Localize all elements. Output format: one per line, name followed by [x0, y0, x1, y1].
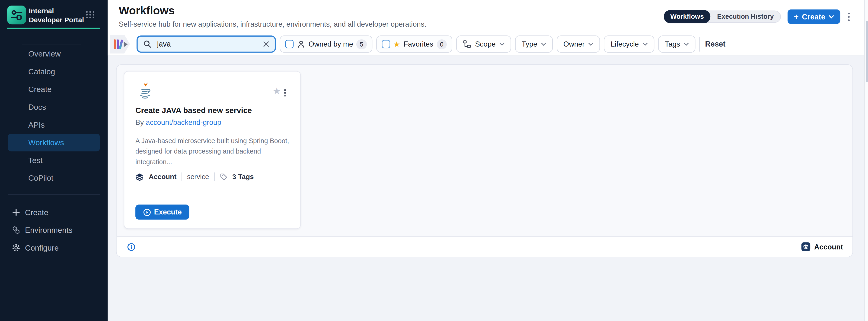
scrollbar-thumb[interactable]	[865, 21, 868, 82]
sidebar-item-overview[interactable]: Overview	[0, 45, 107, 63]
card-description: A Java-based microservice built using Sp…	[135, 136, 293, 168]
favorites-filter[interactable]: ★ Favorites 0	[376, 35, 452, 52]
sidebar-item-workflows[interactable]: Workflows	[0, 134, 107, 151]
chevron-down-icon	[829, 14, 834, 19]
gear-icon	[11, 243, 21, 253]
layers-icon	[135, 173, 144, 181]
sidebar-item-configure[interactable]: Configure	[0, 239, 107, 257]
tags-dropdown[interactable]: Tags	[658, 35, 696, 52]
footer-scope-badge: Account	[802, 242, 843, 251]
workflow-card[interactable]: ★ Create JAVA based new service By accou…	[124, 71, 301, 229]
card-title: Create JAVA based new service	[135, 106, 252, 115]
tab-execution-history[interactable]: Execution History	[711, 10, 781, 23]
footer-scope-label: Account	[814, 243, 843, 251]
execute-button[interactable]: Execute	[135, 205, 189, 220]
sidebar-item-apis[interactable]: APIs	[0, 116, 107, 134]
play-circle-icon	[143, 208, 151, 216]
search-input[interactable]	[156, 39, 259, 49]
layers-icon	[802, 242, 810, 251]
hexagons-icon	[11, 225, 21, 235]
header-actions: Workflows Execution History + Create	[663, 9, 850, 24]
sidebar-item-copilot[interactable]: CoPilot	[0, 169, 107, 187]
panel-footer: Account	[117, 236, 852, 257]
create-button[interactable]: + Create	[787, 9, 840, 24]
sidebar-nav: Overview Catalog Create Docs APIs Workfl…	[0, 45, 107, 187]
sidebar-footer-nav: Create Environments Conf	[0, 204, 107, 257]
chevron-down-icon	[541, 42, 546, 46]
chevron-down-icon	[643, 42, 648, 46]
type-dropdown[interactable]: Type	[515, 35, 553, 52]
card-owner-link[interactable]: account/backend-group	[146, 118, 221, 127]
owned-by-me-count: 5	[356, 39, 367, 49]
workflows-panel: ★ Create JAVA based new service By accou…	[116, 64, 853, 257]
user-icon	[297, 40, 305, 48]
meta-divider	[182, 173, 182, 181]
view-toggle: Workflows Execution History	[663, 10, 781, 23]
meta-divider	[214, 173, 214, 181]
star-icon: ★	[393, 40, 400, 48]
card-byline: By account/backend-group	[135, 118, 221, 127]
java-logo-icon	[138, 81, 151, 103]
page-header: Workflows Self-service hub for new appli…	[107, 0, 864, 33]
tag-icon	[220, 173, 227, 181]
card-menu-button[interactable]	[283, 88, 287, 98]
filter-divider	[700, 37, 700, 51]
stripe-icon	[114, 39, 116, 49]
expand-triangle-icon	[124, 41, 128, 47]
chevron-down-icon	[499, 42, 504, 46]
sidebar-item-docs[interactable]: Docs	[0, 98, 107, 116]
page-subtitle: Self-service hub for new applications, i…	[119, 20, 426, 28]
tab-workflows[interactable]: Workflows	[663, 10, 710, 23]
scrollbar-track	[864, 0, 868, 321]
sidebar-item-catalog[interactable]: Catalog	[0, 63, 107, 81]
favorite-star-icon[interactable]: ★	[272, 86, 281, 96]
owned-by-me-checkbox[interactable]	[285, 40, 293, 48]
favorites-checkbox[interactable]	[382, 40, 390, 48]
sidebar-item-test[interactable]: Test	[0, 151, 107, 169]
plus-icon: +	[794, 12, 799, 21]
clear-search-icon[interactable]	[263, 41, 269, 47]
lifecycle-dropdown[interactable]: Lifecycle	[604, 35, 654, 52]
sidebar-divider	[22, 44, 81, 44]
info-icon[interactable]	[127, 243, 135, 251]
accent-bar	[7, 28, 100, 29]
sidebar-divider	[8, 194, 100, 194]
sidebar-item-create-bottom[interactable]: Create	[0, 204, 107, 221]
owner-dropdown[interactable]: Owner	[557, 35, 600, 52]
card-tags-count: 3 Tags	[232, 173, 254, 181]
sidebar-item-environments[interactable]: Environments	[0, 221, 107, 239]
owned-by-me-label: Owned by me	[309, 40, 353, 48]
chevron-down-icon	[684, 42, 689, 46]
chevron-down-icon	[589, 42, 594, 46]
favorites-count: 0	[437, 39, 447, 49]
extension-widget[interactable]	[110, 35, 130, 54]
stripe-icon	[119, 39, 123, 49]
sidebar-item-create[interactable]: Create	[0, 80, 107, 98]
app-title: Internal Developer Portal	[29, 7, 89, 25]
filter-bar: Owned by me 5 ★ Favorites 0 Scope Type O…	[107, 33, 864, 56]
search-icon	[143, 40, 152, 48]
card-meta-row: Account service 3 Tags	[135, 173, 254, 181]
owned-by-me-filter[interactable]: Owned by me 5	[280, 35, 372, 52]
apps-grid-icon[interactable]	[86, 11, 95, 18]
overflow-menu-button[interactable]	[847, 11, 851, 22]
favorites-label: Favorites	[404, 40, 433, 48]
card-scope-label: Account	[149, 173, 177, 181]
card-type-label: service	[187, 173, 209, 181]
app-window: Internal Developer Portal Overview Catal…	[0, 0, 868, 321]
app-logo-icon	[7, 6, 26, 24]
search-box	[136, 35, 276, 52]
stripe-icon	[117, 39, 119, 49]
sitemap-icon	[463, 40, 471, 48]
page-title: Workflows	[119, 4, 175, 17]
scope-dropdown[interactable]: Scope	[456, 35, 511, 52]
plus-icon	[11, 208, 21, 217]
sidebar: Internal Developer Portal Overview Catal…	[0, 0, 107, 321]
reset-button[interactable]: Reset	[704, 40, 727, 48]
